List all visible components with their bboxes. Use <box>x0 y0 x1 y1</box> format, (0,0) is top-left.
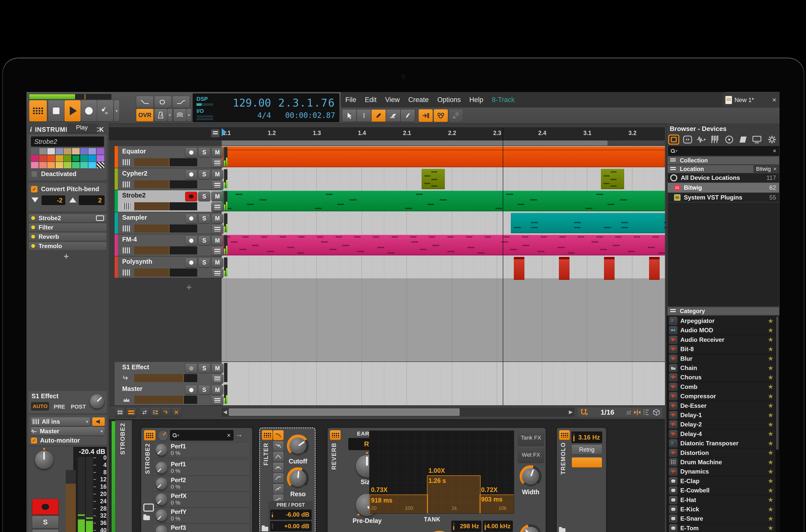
knife-tool[interactable] <box>401 109 415 122</box>
tank-low-crossover-field[interactable]: 298 Hz <box>452 521 481 532</box>
perf-param-row[interactable]: Perf30 % <box>153 524 250 532</box>
track-arm-button[interactable] <box>185 148 197 157</box>
width-knob[interactable] <box>522 468 539 484</box>
color-swatch[interactable] <box>64 155 71 162</box>
color-swatch[interactable] <box>56 162 63 168</box>
favorite-star-icon[interactable]: ★ <box>768 430 773 438</box>
layered-editing-button[interactable] <box>173 109 186 122</box>
bend-up-button[interactable] <box>69 197 76 203</box>
tab-clips[interactable] <box>737 135 749 144</box>
location-row-bitwig[interactable]: Bitwig 62 <box>668 183 779 192</box>
category-row[interactable]: E-Kick★ <box>668 505 776 514</box>
wet-fx-button[interactable]: Wet FX <box>518 447 544 463</box>
favorite-star-icon[interactable]: ★ <box>768 506 773 513</box>
favorite-star-icon[interactable]: ★ <box>768 364 773 372</box>
favorite-star-icon[interactable]: ★ <box>768 440 773 448</box>
track-menu-button[interactable] <box>211 180 224 190</box>
color-swatch[interactable] <box>39 162 47 168</box>
perf-knob[interactable] <box>156 494 167 505</box>
device-enabled-dot[interactable] <box>31 216 35 220</box>
reso-knob[interactable] <box>290 470 306 487</box>
favorite-star-icon[interactable]: ★ <box>768 345 773 353</box>
close-icon[interactable]: × <box>773 166 776 172</box>
track-solo-button[interactable]: S <box>198 148 210 157</box>
convert-row[interactable]: ✓ Convert Pitch-bend <box>31 185 99 193</box>
device-chain-item[interactable]: Reverb <box>28 232 107 241</box>
snap-center-icon[interactable] <box>633 409 641 416</box>
track-mute-button[interactable]: M <box>211 363 224 373</box>
device-enabled-dot[interactable] <box>31 244 35 248</box>
color-swatch[interactable] <box>89 155 96 162</box>
device-reverb[interactable]: REVERB EARLY Room Size Pre-Delay <box>327 428 546 532</box>
play-start-marker[interactable] <box>222 128 227 136</box>
track-solo-button[interactable]: S <box>198 385 210 395</box>
search-go-button[interactable]: → <box>235 431 243 439</box>
favorite-star-icon[interactable]: ★ <box>768 458 773 466</box>
track-arm-button[interactable] <box>185 170 197 179</box>
device-filter[interactable]: FILTER Cutoff Reso PRE / POST -6.00 dB <box>260 428 315 532</box>
track-volume-fader[interactable] <box>134 180 197 188</box>
track-menu-button[interactable] <box>211 202 224 212</box>
filter-type-0-button[interactable] <box>273 430 284 440</box>
perf-knob[interactable] <box>156 462 167 474</box>
favorite-star-icon[interactable]: ★ <box>768 326 773 334</box>
pencil-tool[interactable] <box>371 109 386 122</box>
color-swatch[interactable] <box>64 162 71 168</box>
collection-header[interactable]: Collection <box>668 157 779 164</box>
device-enabled-dot[interactable] <box>31 235 35 239</box>
category-header[interactable]: Category <box>668 307 779 315</box>
automation-follow-button[interactable] <box>136 96 154 108</box>
filter-type-2-button[interactable] <box>273 451 284 462</box>
mixer-view-button[interactable] <box>115 407 125 417</box>
menu-options[interactable]: Options <box>437 96 461 104</box>
track-arm-button[interactable] <box>185 192 197 201</box>
perf-knob[interactable] <box>156 444 167 456</box>
favorite-star-icon[interactable]: ★ <box>768 524 773 532</box>
clock-display[interactable]: 00:00:02.87 <box>276 111 335 120</box>
clip-polysynth[interactable] <box>604 257 615 280</box>
overdub-button[interactable]: OVR <box>136 109 154 122</box>
track-header[interactable]: SamplerSM <box>115 212 222 234</box>
position-display[interactable]: 2.3.1.76 <box>276 97 335 109</box>
color-swatch[interactable] <box>39 148 47 154</box>
favorite-star-icon[interactable]: ★ <box>768 411 773 419</box>
color-swatch[interactable] <box>56 148 63 154</box>
color-swatch[interactable] <box>56 155 63 162</box>
track-arm-button[interactable] <box>185 236 197 245</box>
clip-cypher2[interactable] <box>422 169 445 189</box>
filter-type-5-button[interactable] <box>273 483 284 494</box>
filter-type-1-button[interactable] <box>273 441 284 451</box>
magnet-snap-icon[interactable] <box>580 408 589 416</box>
tab-presets[interactable] <box>682 135 693 144</box>
filter-type-3-button[interactable] <box>273 462 284 473</box>
track-menu-button[interactable] <box>211 374 224 384</box>
stop-button[interactable] <box>48 100 64 122</box>
menu-view[interactable]: View <box>385 96 400 104</box>
category-row[interactable]: E-Tom★ <box>668 524 776 532</box>
track-arm-button[interactable] <box>185 258 197 267</box>
preset-folder-icon[interactable] <box>559 528 565 532</box>
clip-cypher2[interactable] <box>601 169 624 189</box>
project-title[interactable]: 8-Track <box>492 96 515 104</box>
volume-db-readout[interactable]: -20.4 dB <box>66 448 105 456</box>
track-mute-button[interactable]: M <box>211 170 224 179</box>
color-swatch[interactable] <box>31 162 39 168</box>
favorite-star-icon[interactable]: ★ <box>768 393 773 400</box>
track-volume-fader[interactable] <box>134 396 197 404</box>
color-swatch[interactable] <box>47 148 55 154</box>
playhead[interactable] <box>503 127 503 405</box>
track-header[interactable]: EquatorSM <box>115 146 222 168</box>
color-swatch[interactable] <box>39 155 47 162</box>
category-row[interactable]: Drum Machine★ <box>668 458 776 467</box>
deactivated-row[interactable]: Deactivated <box>31 170 76 177</box>
tab-multisamples[interactable] <box>710 135 721 144</box>
category-scrollbar[interactable] <box>775 316 779 532</box>
favorite-star-icon[interactable]: ★ <box>768 468 773 476</box>
rate-field[interactable]: 3.16 Hz <box>572 432 602 443</box>
send-mode-pre[interactable]: PRE <box>54 403 65 410</box>
location-row-all[interactable]: All Device Locations 117 <box>668 173 779 183</box>
wave-sine-button[interactable] <box>572 457 602 468</box>
color-swatch[interactable] <box>80 155 88 162</box>
return-lane-s1[interactable] <box>222 362 665 384</box>
menu-file[interactable]: File <box>345 96 357 104</box>
